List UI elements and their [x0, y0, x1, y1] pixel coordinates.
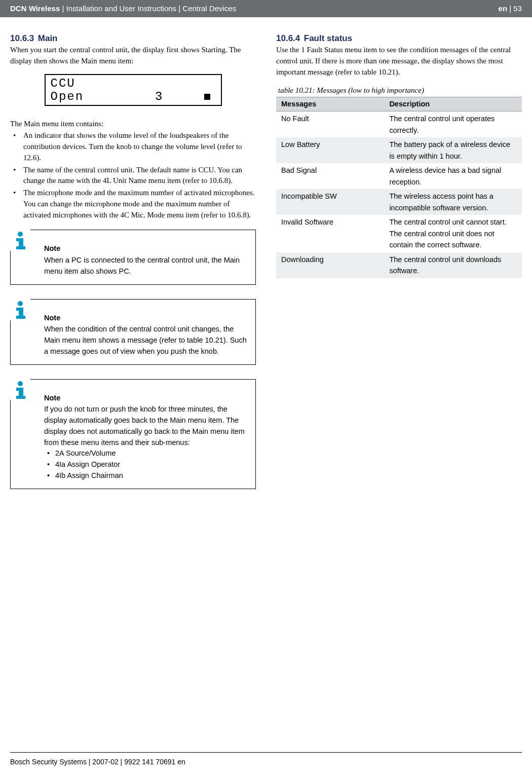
note3-sublist: 2A Source/Volume 4Ia Assign Operator 4Ib… [44, 448, 248, 481]
note-text: If you do not turn or push the knob for … [44, 405, 245, 446]
lcd-line2: Open 3 [51, 90, 216, 103]
info-icon [10, 379, 30, 400]
stop-icon [204, 94, 210, 100]
section-heading-main: 10.6.3 Main [10, 32, 256, 45]
svg-rect-6 [19, 308, 23, 317]
table-row: No Fault The central control unit operat… [276, 112, 522, 137]
svg-point-0 [18, 232, 23, 237]
list-intro: The Main menu item contains: [10, 119, 256, 130]
fault-intro: Use the 1 Fault Status menu item to see … [276, 45, 522, 78]
note-text: When a PC is connected to the central co… [44, 256, 240, 275]
header-left: DCN Wireless | Installation and User Ins… [10, 3, 236, 14]
svg-point-8 [18, 381, 23, 386]
list-item: An indicator that shows the volume level… [10, 130, 256, 163]
table-row: Invalid Software The central control uni… [276, 215, 522, 252]
main-bullet-list: An indicator that shows the volume level… [10, 130, 256, 220]
note-text: When the condition of the central contro… [44, 325, 247, 355]
table-row: Incompatible SW The wireless access poin… [276, 189, 522, 215]
info-icon [10, 230, 30, 251]
info-icon [10, 299, 30, 320]
note-box-1: Note When a PC is connected to the centr… [10, 230, 256, 284]
page-content: 10.6.3 Main When you start the central c… [0, 17, 532, 503]
doc-title: Installation and User Instructions [66, 4, 176, 13]
svg-rect-7 [16, 316, 25, 319]
th-description: Description [384, 97, 522, 112]
svg-rect-2 [19, 238, 23, 247]
table-caption: table 10.21: Messages (low to high impor… [278, 85, 522, 96]
right-column: 10.6.4 Fault status Use the 1 Fault Stat… [276, 32, 522, 503]
list-item: The name of the central control unit. Th… [10, 165, 256, 187]
list-item: 4Ia Assign Operator [44, 459, 248, 470]
lang-code: en [499, 4, 508, 13]
svg-rect-3 [16, 246, 25, 249]
table-header-row: Messages Description [276, 97, 522, 112]
product-name: DCN Wireless [10, 4, 60, 13]
list-item: The microphone mode and the maximum numb… [10, 188, 256, 220]
table-row: Low Battery The battery pack of a wirele… [276, 137, 522, 163]
messages-table: Messages Description No Fault The centra… [276, 97, 522, 278]
list-item: 4Ib Assign Chairman [44, 470, 248, 481]
chapter-name: Central Devices [182, 4, 236, 13]
page-footer: Bosch Security Systems | 2007-02 | 9922 … [10, 752, 522, 767]
list-item: 2A Source/Volume [44, 448, 248, 459]
lcd-display: CCU Open 3 [45, 74, 222, 106]
main-intro: When you start the central control unit,… [10, 45, 256, 67]
svg-rect-10 [19, 388, 23, 397]
lcd-line1: CCU [51, 77, 216, 90]
svg-rect-11 [16, 396, 25, 399]
table-row: Bad Signal A wireless device has a bad s… [276, 163, 522, 189]
page-header: DCN Wireless | Installation and User Ins… [0, 0, 532, 17]
left-column: 10.6.3 Main When you start the central c… [10, 32, 256, 503]
table-row: Downloading The central control unit dow… [276, 252, 522, 278]
page-number: 53 [513, 4, 522, 13]
note-box-3: Note If you do not turn or push the knob… [10, 379, 256, 489]
th-messages: Messages [276, 97, 384, 112]
header-right: en | 53 [499, 3, 522, 14]
svg-point-4 [18, 301, 23, 306]
section-heading-fault: 10.6.4 Fault status [276, 32, 522, 45]
note-box-2: Note When the condition of the central c… [10, 299, 256, 365]
